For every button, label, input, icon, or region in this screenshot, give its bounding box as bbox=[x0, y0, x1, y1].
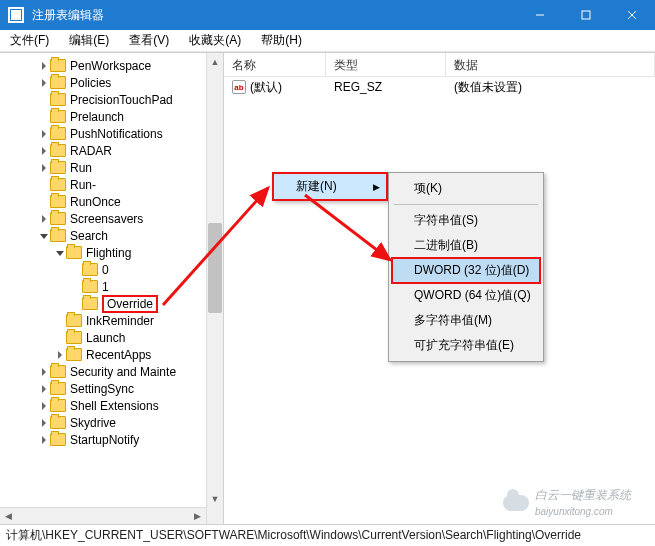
tree-node[interactable]: Prelaunch bbox=[2, 108, 223, 125]
tree-scroll-area[interactable]: PenWorkspacePoliciesPrecisionTouchPadPre… bbox=[0, 53, 223, 452]
collapse-icon[interactable] bbox=[38, 230, 50, 242]
no-expand-icon bbox=[38, 179, 50, 191]
window-title: 注册表编辑器 bbox=[32, 7, 517, 24]
menu-new[interactable]: 新建(N) ▶ bbox=[274, 174, 386, 199]
expand-icon[interactable] bbox=[38, 400, 50, 412]
tree-node-label: PenWorkspace bbox=[70, 59, 151, 73]
svg-rect-1 bbox=[582, 11, 590, 19]
status-path: 计算机\HKEY_CURRENT_USER\SOFTWARE\Microsoft… bbox=[6, 527, 581, 544]
watermark-url: baiyunxitong.com bbox=[535, 506, 613, 517]
tree-node[interactable]: Run bbox=[2, 159, 223, 176]
menu-new-multistring[interactable]: 多字符串值(M) bbox=[392, 308, 540, 333]
scroll-thumb[interactable] bbox=[208, 223, 222, 313]
cloud-icon bbox=[503, 495, 529, 511]
no-expand-icon bbox=[38, 196, 50, 208]
tree-node[interactable]: StartupNotify bbox=[2, 431, 223, 448]
tree-node[interactable]: 1 bbox=[2, 278, 223, 295]
folder-icon bbox=[50, 127, 66, 140]
menu-new-label: 新建(N) bbox=[296, 179, 337, 193]
folder-icon bbox=[50, 399, 66, 412]
menu-help[interactable]: 帮助(H) bbox=[257, 30, 306, 51]
tree-node-label: RunOnce bbox=[70, 195, 121, 209]
menu-favorites[interactable]: 收藏夹(A) bbox=[185, 30, 245, 51]
tree-node[interactable]: Search bbox=[2, 227, 223, 244]
tree-node[interactable]: Policies bbox=[2, 74, 223, 91]
menu-new-dword[interactable]: DWORD (32 位)值(D) bbox=[392, 258, 540, 283]
tree-node[interactable]: Shell Extensions bbox=[2, 397, 223, 414]
tree-node[interactable]: PrecisionTouchPad bbox=[2, 91, 223, 108]
col-type[interactable]: 类型 bbox=[326, 53, 446, 76]
tree-node-label: Flighting bbox=[86, 246, 131, 260]
expand-icon[interactable] bbox=[38, 434, 50, 446]
expand-icon[interactable] bbox=[38, 383, 50, 395]
close-button[interactable] bbox=[609, 0, 655, 30]
tree-node[interactable]: RADAR bbox=[2, 142, 223, 159]
tree-node[interactable]: Skydrive bbox=[2, 414, 223, 431]
window-buttons bbox=[517, 0, 655, 30]
tree-node[interactable]: SettingSync bbox=[2, 380, 223, 397]
scroll-up-icon[interactable]: ▲ bbox=[207, 53, 223, 70]
tree-node[interactable]: PenWorkspace bbox=[2, 57, 223, 74]
menu-new-expandstring[interactable]: 可扩充字符串值(E) bbox=[392, 333, 540, 358]
tree-node[interactable]: Screensavers bbox=[2, 210, 223, 227]
tree-node-label: RADAR bbox=[70, 144, 112, 158]
menu-file[interactable]: 文件(F) bbox=[6, 30, 53, 51]
expand-icon[interactable] bbox=[38, 60, 50, 72]
tree-node[interactable]: RecentApps bbox=[2, 346, 223, 363]
expand-icon[interactable] bbox=[38, 128, 50, 140]
col-name[interactable]: 名称 bbox=[224, 53, 326, 76]
tree-node[interactable]: Launch bbox=[2, 329, 223, 346]
app-icon bbox=[8, 7, 24, 23]
tree-scrollbar-horizontal[interactable]: ◀ ▶ bbox=[0, 507, 206, 524]
tree-node[interactable]: Run- bbox=[2, 176, 223, 193]
menu-new-key[interactable]: 项(K) bbox=[392, 176, 540, 201]
folder-icon bbox=[66, 246, 82, 259]
menu-new-string[interactable]: 字符串值(S) bbox=[392, 208, 540, 233]
scroll-right-icon[interactable]: ▶ bbox=[189, 508, 206, 524]
tree-node[interactable]: PushNotifications bbox=[2, 125, 223, 142]
tree-node-label: 1 bbox=[102, 280, 109, 294]
expand-icon[interactable] bbox=[38, 145, 50, 157]
maximize-button[interactable] bbox=[563, 0, 609, 30]
menu-new-qword[interactable]: QWORD (64 位)值(Q) bbox=[392, 283, 540, 308]
no-expand-icon bbox=[38, 94, 50, 106]
expand-icon[interactable] bbox=[38, 366, 50, 378]
tree-node[interactable]: Flighting bbox=[2, 244, 223, 261]
tree-node-label: Override bbox=[102, 295, 158, 313]
menu-new-binary[interactable]: 二进制值(B) bbox=[392, 233, 540, 258]
tree-scrollbar-vertical[interactable]: ▲ ▼ bbox=[206, 53, 223, 524]
expand-icon[interactable] bbox=[38, 77, 50, 89]
expand-icon[interactable] bbox=[38, 162, 50, 174]
menu-view[interactable]: 查看(V) bbox=[125, 30, 173, 51]
col-data[interactable]: 数据 bbox=[446, 53, 655, 76]
tree-node-label: Run bbox=[70, 161, 92, 175]
value-row[interactable]: ab (默认) REG_SZ (数值未设置) bbox=[224, 77, 655, 97]
value-name: (默认) bbox=[250, 79, 282, 96]
expand-icon[interactable] bbox=[54, 349, 66, 361]
workspace: PenWorkspacePoliciesPrecisionTouchPadPre… bbox=[0, 52, 655, 524]
expand-icon[interactable] bbox=[38, 213, 50, 225]
no-expand-icon bbox=[70, 264, 82, 276]
tree-node-label: 0 bbox=[102, 263, 109, 277]
folder-icon bbox=[82, 263, 98, 276]
minimize-button[interactable] bbox=[517, 0, 563, 30]
string-value-icon: ab bbox=[232, 80, 246, 94]
submenu-arrow-icon: ▶ bbox=[373, 182, 380, 192]
expand-icon[interactable] bbox=[38, 417, 50, 429]
tree-node[interactable]: Security and Mainte bbox=[2, 363, 223, 380]
folder-icon bbox=[50, 59, 66, 72]
folder-icon bbox=[50, 144, 66, 157]
scroll-down-icon[interactable]: ▼ bbox=[207, 490, 223, 507]
folder-icon bbox=[82, 280, 98, 293]
folder-icon bbox=[66, 348, 82, 361]
no-expand-icon bbox=[70, 298, 82, 310]
tree-node[interactable]: 0 bbox=[2, 261, 223, 278]
tree-node[interactable]: Override bbox=[2, 295, 223, 312]
scroll-left-icon[interactable]: ◀ bbox=[0, 508, 17, 524]
menu-edit[interactable]: 编辑(E) bbox=[65, 30, 113, 51]
collapse-icon[interactable] bbox=[54, 247, 66, 259]
folder-icon bbox=[50, 416, 66, 429]
tree-node[interactable]: RunOnce bbox=[2, 193, 223, 210]
folder-icon bbox=[50, 229, 66, 242]
tree-node[interactable]: InkReminder bbox=[2, 312, 223, 329]
